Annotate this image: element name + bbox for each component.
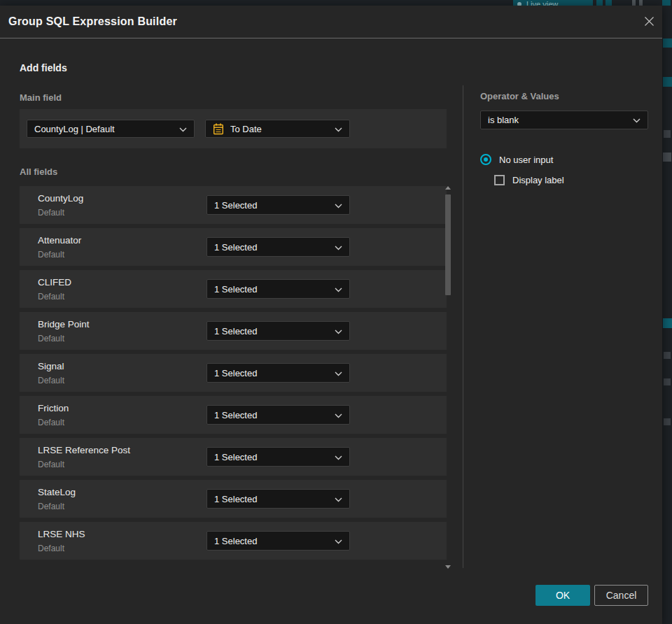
chevron-down-icon <box>335 536 342 546</box>
field-name: CLIFED <box>38 277 71 288</box>
scrollbar-thumb[interactable] <box>445 194 451 295</box>
field-subtitle: Default <box>38 460 64 469</box>
chevron-down-icon <box>335 242 342 253</box>
field-row: CLIFED Default 1 Selected <box>20 270 447 308</box>
background-app-fragment <box>664 418 671 425</box>
no-user-input-radio-row[interactable]: No user input <box>480 154 553 165</box>
field-row: Bridge Point Default 1 Selected <box>20 312 447 350</box>
display-label-checkbox-row[interactable]: Display label <box>494 175 564 185</box>
field-name: CountyLog <box>38 193 83 204</box>
field-selection-dropdown[interactable]: 1 Selected <box>206 531 350 551</box>
field-selection-value: 1 Selected <box>214 452 335 462</box>
dialog-title: Group SQL Expression Builder <box>8 15 177 28</box>
field-selection-dropdown[interactable]: 1 Selected <box>206 405 350 425</box>
close-button[interactable] <box>640 14 657 31</box>
live-view-toolbar-fragment: Live view <box>513 0 593 6</box>
display-label-label: Display label <box>512 175 564 185</box>
chevron-down-icon <box>335 200 342 211</box>
chevron-down-icon <box>179 124 187 134</box>
field-name: LRSE Reference Post <box>38 445 130 455</box>
field-row: StateLog Default 1 Selected <box>20 480 447 518</box>
chevron-down-icon <box>335 494 342 504</box>
background-app-fragment <box>632 0 636 6</box>
field-name: Signal <box>38 361 64 371</box>
background-app-fragment <box>662 0 671 6</box>
field-name: Friction <box>38 403 69 413</box>
background-app-fragment <box>664 352 671 359</box>
field-selection-dropdown[interactable]: 1 Selected <box>206 489 350 509</box>
field-row: Attenuator Default 1 Selected <box>20 228 447 266</box>
vertical-divider <box>463 85 463 568</box>
background-app-fragment <box>663 153 671 162</box>
background-app-fragment <box>639 0 643 6</box>
field-subtitle: Default <box>38 250 64 260</box>
field-row: LRSE NHS Default 1 Selected <box>20 522 447 560</box>
background-app-fragment <box>596 0 603 6</box>
field-subtitle: Default <box>38 292 64 302</box>
field-row: CountyLog Default 1 Selected <box>20 186 447 224</box>
field-selection-value: 1 Selected <box>214 284 335 295</box>
scrollbar-down-arrow-icon[interactable] <box>445 565 451 569</box>
field-selection-dropdown[interactable]: 1 Selected <box>206 237 350 257</box>
field-selection-dropdown[interactable]: 1 Selected <box>206 447 350 467</box>
field-subtitle: Default <box>38 418 64 427</box>
field-selection-value: 1 Selected <box>214 410 335 420</box>
main-field-type-value: To Date <box>230 124 335 134</box>
no-user-input-label: No user input <box>499 155 553 165</box>
background-app-fragment <box>664 378 671 385</box>
field-selection-dropdown[interactable]: 1 Selected <box>206 321 350 341</box>
field-subtitle: Default <box>38 502 64 511</box>
checkbox-icon[interactable] <box>494 175 505 185</box>
field-name: StateLog <box>38 487 76 497</box>
background-app-fragment <box>663 38 672 48</box>
chevron-down-icon <box>335 368 342 378</box>
all-fields-label: All fields <box>20 166 57 177</box>
close-icon <box>644 16 654 29</box>
all-fields-list: CountyLog Default 1 Selected Attenuator … <box>20 186 447 564</box>
field-row: Signal Default 1 Selected <box>20 354 447 392</box>
background-app-fragment <box>606 0 612 6</box>
field-row: LRSE Reference Post Default 1 Selected <box>20 438 447 476</box>
field-selection-value: 1 Selected <box>214 368 335 378</box>
cancel-button[interactable]: Cancel <box>594 585 648 606</box>
operator-dropdown[interactable]: is blank <box>480 111 648 129</box>
field-selection-dropdown[interactable]: 1 Selected <box>206 363 350 383</box>
chevron-down-icon <box>633 115 640 125</box>
operator-values-label: Operator & Values <box>480 91 559 101</box>
chevron-down-icon <box>335 326 342 336</box>
screen: Live view Group SQL Expression Builder A… <box>0 0 672 624</box>
field-selection-dropdown[interactable]: 1 Selected <box>206 279 350 299</box>
field-subtitle: Default <box>38 208 64 218</box>
live-view-label: Live view <box>526 0 558 6</box>
ok-button[interactable]: OK <box>536 585 590 606</box>
field-row: Friction Default 1 Selected <box>20 396 447 434</box>
field-selection-value: 1 Selected <box>214 326 335 336</box>
group-sql-expression-builder-dialog: Group SQL Expression Builder Add fields … <box>0 6 662 624</box>
field-selection-value: 1 Selected <box>214 494 335 504</box>
field-selection-value: 1 Selected <box>214 242 335 253</box>
field-subtitle: Default <box>38 544 64 553</box>
main-field-type-dropdown[interactable]: To Date <box>205 120 350 138</box>
field-subtitle: Default <box>38 376 64 385</box>
main-field-dropdown[interactable]: CountyLog | Default <box>27 120 195 138</box>
field-selection-dropdown[interactable]: 1 Selected <box>206 195 350 215</box>
calendar-icon <box>213 123 224 135</box>
chevron-down-icon <box>335 284 342 295</box>
chevron-down-icon <box>335 410 342 420</box>
field-name: LRSE NHS <box>38 529 85 539</box>
fields-list-scrollbar <box>445 186 451 569</box>
chevron-down-icon <box>335 124 342 134</box>
field-selection-value: 1 Selected <box>214 536 335 546</box>
background-app-fragment <box>663 77 672 87</box>
scrollbar-up-arrow-icon[interactable] <box>445 186 451 190</box>
main-field-label: Main field <box>20 92 62 103</box>
field-name: Attenuator <box>38 235 81 246</box>
add-fields-heading: Add fields <box>20 62 67 73</box>
field-name: Bridge Point <box>38 319 90 329</box>
field-subtitle: Default <box>38 334 64 343</box>
operator-dropdown-value: is blank <box>488 115 633 125</box>
radio-button-icon[interactable] <box>480 154 491 165</box>
dialog-titlebar: Group SQL Expression Builder <box>0 6 662 38</box>
main-field-dropdown-value: CountyLog | Default <box>34 124 179 134</box>
background-app-fragment <box>664 130 671 138</box>
